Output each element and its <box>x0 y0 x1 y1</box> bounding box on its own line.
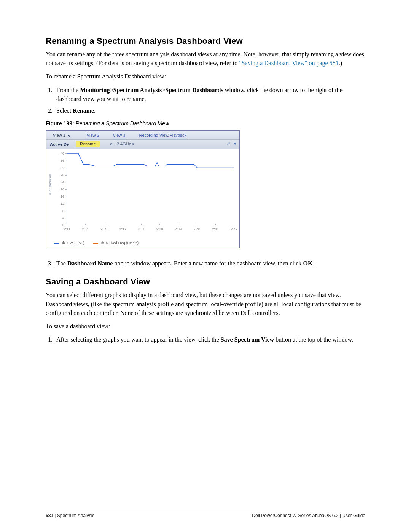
heading-renaming: Renaming a Spectrum Analysis Dashboard V… <box>46 36 365 46</box>
heading-saving: Saving a Dashboard View <box>46 277 365 287</box>
text: button at the top of the window. <box>274 336 353 343</box>
line-series <box>67 153 234 225</box>
text: The <box>56 260 67 267</box>
figure-title: Renaming a Spectrum Dashboard View <box>74 120 169 126</box>
expand-icon[interactable]: ⤢ <box>227 141 230 146</box>
step-1: From the Monitoring>Spectrum Analysis>Sp… <box>54 86 365 103</box>
text: . <box>312 260 314 267</box>
y-tick-mark <box>65 161 67 161</box>
text: .) <box>339 60 342 66</box>
figure-number: Figure 199: <box>46 120 74 126</box>
y-tick: 24 <box>55 180 64 184</box>
legend-swatch-orange <box>93 243 98 244</box>
y-tick-mark <box>65 175 67 176</box>
y-tick-mark <box>65 168 67 168</box>
figure-caption: Figure 199: Renaming a Spectrum Dashboar… <box>46 120 365 126</box>
x-tick-mark <box>85 224 86 225</box>
page-number: 581 <box>46 513 53 518</box>
x-tick: 2:40 <box>193 227 200 231</box>
text: From the <box>56 87 80 93</box>
band-label: al : 2.4GHz ▾ <box>110 142 134 147</box>
x-tick-mark <box>159 224 160 225</box>
y-tick: 8 <box>55 209 64 213</box>
text: . <box>94 107 96 114</box>
x-tick-mark <box>178 224 178 225</box>
tab-view3[interactable]: View 3 <box>106 131 132 140</box>
footer-left: 581 | Spectrum Analysis <box>46 513 95 518</box>
y-tick-mark <box>65 197 67 197</box>
para-save-2: To save a dashboard view: <box>46 322 365 331</box>
rename-menu-item[interactable]: Rename <box>76 141 100 147</box>
legend-item-2: Ch. 6 Fixed Freq (Others) <box>93 241 139 245</box>
save-step-1: After selecting the graphs you want to a… <box>54 335 365 344</box>
footer-rule <box>46 509 365 509</box>
x-tick-mark <box>141 224 142 225</box>
text: popup window appears. Enter a new name f… <box>113 260 303 267</box>
footer-section: Spectrum Analysis <box>57 513 95 518</box>
y-tick-mark <box>65 204 67 204</box>
y-tick-mark <box>65 182 67 182</box>
x-tick: 2:41 <box>212 227 219 231</box>
x-tick-mark <box>104 224 104 225</box>
y-tick: 4 <box>55 216 64 220</box>
text: Select <box>56 107 73 114</box>
x-tick: 2:36 <box>119 227 126 231</box>
x-tick-mark <box>197 224 197 225</box>
x-tick-mark <box>234 224 234 225</box>
x-tick: 2:38 <box>156 227 163 231</box>
para-rename-1: You can rename any of the three spectrum… <box>46 50 365 67</box>
y-tick: 16 <box>55 195 64 198</box>
footer-right: Dell PowerConnect W-Series ArubaOS 6.2 |… <box>252 513 365 518</box>
series-line <box>67 153 234 168</box>
y-tick: 12 <box>55 202 64 206</box>
y-tick: 20 <box>55 187 64 191</box>
x-tick: 2:42 <box>231 227 237 231</box>
label-dashboard-name: Dashboard Name <box>67 260 113 267</box>
x-tick-mark <box>123 224 123 225</box>
active-de-label: Active De <box>50 142 69 147</box>
y-tick-mark <box>65 218 67 218</box>
y-tick: 36 <box>55 159 64 163</box>
x-tick-mark <box>67 224 67 225</box>
label-save-spectrum-view: Save Spectrum View <box>221 336 274 343</box>
legend-swatch-blue <box>54 243 59 244</box>
x-tick: 2:37 <box>138 227 145 231</box>
tab-bar: View 1 ↖ View 2 View 3 Recording View/Pl… <box>46 131 239 140</box>
label-rename: Rename <box>73 107 94 114</box>
x-tick-mark <box>215 224 216 225</box>
figure-199: View 1 ↖ View 2 View 3 Recording View/Pl… <box>46 130 240 248</box>
y-tick: 28 <box>55 173 64 177</box>
para-rename-2: To rename a Spectrum Analysis Dashboard … <box>46 72 365 81</box>
x-tick: 2:35 <box>100 227 107 231</box>
step-3: The Dashboard Name popup window appears.… <box>54 259 365 268</box>
y-tick: 32 <box>55 166 64 170</box>
step-2: Select Rename. <box>54 106 365 115</box>
chart-area: # of devices 04812162024283236402:332:34… <box>46 149 239 248</box>
footer-sep: | <box>53 513 57 518</box>
y-axis-label: # of devices <box>48 174 52 195</box>
cursor-icon: ↖ <box>67 134 71 139</box>
plot: 04812162024283236402:332:342:352:362:372… <box>67 153 234 225</box>
legend-label-1: Ch. 1 WiFi (AP) <box>61 241 84 245</box>
legend: Ch. 1 WiFi (AP) Ch. 6 Fixed Freq (Others… <box>54 241 139 245</box>
footer: 581 | Spectrum Analysis Dell PowerConnec… <box>46 513 365 518</box>
chart-menu-icon[interactable]: ▾ <box>234 141 236 146</box>
y-tick-mark <box>65 153 67 154</box>
y-tick-mark <box>65 225 67 225</box>
x-tick: 2:34 <box>82 227 89 231</box>
path-monitoring: Monitoring>Spectrum Analysis>Spectrum Da… <box>80 87 223 93</box>
y-tick-mark <box>65 211 67 211</box>
tab-recording[interactable]: Recording View/Playback <box>132 131 193 140</box>
y-tick: 40 <box>55 152 64 155</box>
text: After selecting the graphs you want to a… <box>56 336 221 343</box>
tab-view2[interactable]: View 2 <box>80 131 106 140</box>
legend-label-2: Ch. 6 Fixed Freq (Others) <box>100 241 139 245</box>
y-tick-mark <box>65 189 67 190</box>
x-tick: 2:33 <box>63 227 70 231</box>
label-ok: OK <box>303 260 313 267</box>
link-saving-dashboard[interactable]: "Saving a Dashboard View" on page 581 <box>239 60 339 66</box>
sub-bar: Active De Rename al : 2.4GHz ▾ ⤢ ▾ <box>46 140 239 149</box>
legend-item-1: Ch. 1 WiFi (AP) <box>54 241 84 245</box>
y-tick: 0 <box>55 223 64 227</box>
para-save-1: You can select different graphs to displ… <box>46 291 365 317</box>
